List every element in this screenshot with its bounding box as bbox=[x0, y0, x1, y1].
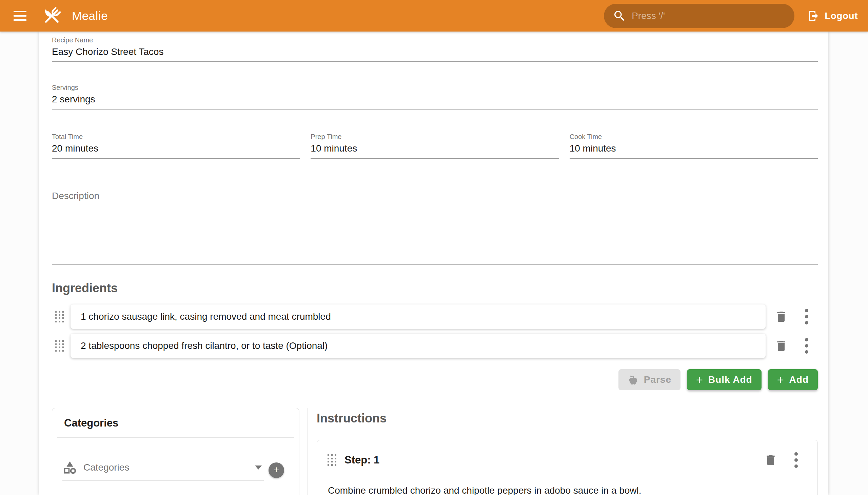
ingredient-row bbox=[52, 305, 818, 329]
add-ingredient-button[interactable]: + Add bbox=[768, 369, 818, 390]
prep-time-label: Prep Time bbox=[310, 132, 559, 141]
instructions-heading: Instructions bbox=[317, 411, 818, 426]
logout-icon bbox=[807, 10, 819, 22]
categories-card: Categories Categories + bbox=[52, 408, 300, 495]
trash-icon bbox=[764, 453, 778, 467]
recipe-editor-card: Recipe Name Servings Total Time Prep Tim… bbox=[39, 32, 828, 495]
ingredient-menu-button[interactable] bbox=[805, 338, 808, 354]
search-input[interactable] bbox=[632, 11, 786, 21]
step-text-input[interactable]: Combine crumbled chorizo and chipotle pe… bbox=[328, 483, 807, 495]
app-header: Mealie Logout bbox=[0, 0, 868, 32]
ingredients-heading: Ingredients bbox=[52, 281, 818, 295]
description-label: Description bbox=[52, 190, 818, 201]
ingredient-menu-button[interactable] bbox=[805, 309, 808, 324]
logout-button[interactable]: Logout bbox=[807, 10, 858, 22]
plus-icon: + bbox=[696, 374, 703, 386]
parse-label: Parse bbox=[644, 374, 671, 385]
drag-handle-icon[interactable] bbox=[55, 311, 64, 322]
servings-input[interactable] bbox=[52, 92, 818, 107]
ingredient-field bbox=[70, 305, 766, 329]
cook-time-input[interactable] bbox=[569, 141, 818, 156]
ingredient-input[interactable] bbox=[70, 340, 766, 351]
ingredient-actions: Parse + Bulk Add + Add bbox=[52, 369, 818, 390]
caret-down-icon bbox=[255, 465, 262, 470]
mealie-logo-icon[interactable] bbox=[41, 5, 63, 27]
step-menu-button[interactable] bbox=[795, 452, 798, 468]
cook-time-field: Cook Time bbox=[569, 128, 818, 159]
bulk-add-label: Bulk Add bbox=[708, 374, 752, 385]
delete-ingredient-button[interactable] bbox=[775, 310, 788, 323]
search-icon bbox=[613, 9, 626, 23]
delete-ingredient-button[interactable] bbox=[775, 339, 788, 353]
bottom-section: Categories Categories + bbox=[52, 408, 818, 495]
recipe-name-input[interactable] bbox=[52, 45, 818, 59]
step-title: Step: 1 bbox=[344, 454, 379, 466]
logout-label: Logout bbox=[824, 11, 858, 21]
prep-time-input[interactable] bbox=[310, 141, 559, 156]
drag-handle-icon[interactable] bbox=[327, 454, 336, 466]
step-title-row: Step: 1 bbox=[322, 452, 807, 468]
description-textarea[interactable]: Description bbox=[52, 176, 818, 265]
categories-column: Categories Categories + bbox=[52, 408, 300, 495]
ingredient-input[interactable] bbox=[70, 311, 766, 322]
total-time-label: Total Time bbox=[52, 132, 300, 141]
trash-icon bbox=[775, 339, 788, 353]
recipe-name-label: Recipe Name bbox=[52, 36, 818, 45]
delete-step-button[interactable] bbox=[764, 453, 778, 467]
ingredient-field bbox=[70, 334, 766, 358]
drag-handle-icon[interactable] bbox=[55, 340, 64, 352]
add-category-button[interactable]: + bbox=[269, 462, 284, 478]
cook-time-label: Cook Time bbox=[569, 132, 818, 141]
menu-icon[interactable] bbox=[14, 11, 27, 21]
add-label: Add bbox=[789, 374, 809, 385]
recipe-name-field: Recipe Name bbox=[52, 32, 818, 62]
categories-title: Categories bbox=[64, 417, 299, 429]
bulk-add-button[interactable]: + Bulk Add bbox=[687, 369, 762, 390]
servings-field: Servings bbox=[52, 79, 818, 109]
categories-select-row: Categories + bbox=[52, 460, 299, 480]
ingredient-row bbox=[52, 334, 818, 358]
plus-icon: + bbox=[273, 465, 279, 475]
shapes-icon bbox=[62, 460, 77, 475]
categories-divider bbox=[57, 437, 294, 438]
step-card: Step: 1 Combine crumbled chorizo and chi… bbox=[317, 440, 818, 495]
parse-button[interactable]: Parse bbox=[618, 369, 681, 390]
instructions-column: Instructions Step: 1 bbox=[317, 408, 818, 495]
total-time-field: Total Time bbox=[52, 128, 300, 159]
search-box[interactable] bbox=[604, 4, 795, 28]
trash-icon bbox=[775, 310, 788, 323]
column-divider bbox=[308, 408, 308, 495]
ingredient-list bbox=[52, 305, 818, 358]
prep-time-field: Prep Time bbox=[310, 128, 559, 159]
time-fields-row: Total Time Prep Time Cook Time bbox=[52, 128, 818, 159]
plus-icon: + bbox=[777, 374, 784, 386]
servings-label: Servings bbox=[52, 83, 818, 92]
total-time-input[interactable] bbox=[52, 141, 300, 156]
apple-icon bbox=[628, 374, 639, 386]
categories-select-label: Categories bbox=[83, 462, 249, 473]
app-title: Mealie bbox=[72, 9, 108, 23]
categories-select[interactable]: Categories bbox=[62, 460, 264, 480]
